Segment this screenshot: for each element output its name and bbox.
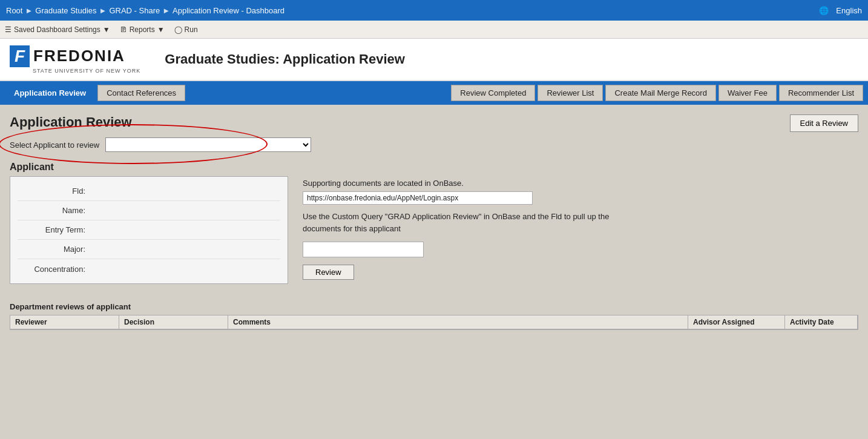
entry-term-label: Entry Term: xyxy=(18,225,90,234)
th-activity-date: Activity Date xyxy=(785,315,858,329)
th-comments: Comments xyxy=(228,315,688,329)
table-header: Reviewer Decision Comments Advisor Assig… xyxy=(10,315,858,329)
tab-create-mail-merge[interactable]: Create Mail Merge Record xyxy=(605,85,715,101)
top-nav-right: 🌐 English xyxy=(819,6,862,15)
breadcrumb-arrow-2: ► xyxy=(99,6,107,15)
applicant-section-title: Applicant xyxy=(10,162,858,173)
applicant-select[interactable] xyxy=(105,137,311,152)
tab-review-completed[interactable]: Review Completed xyxy=(451,85,535,101)
tab-application-review[interactable]: Application Review xyxy=(5,85,95,101)
dept-reviews-title: Department reviews of applicant xyxy=(10,302,858,311)
saved-dashboard-label: Saved Dashboard Settings xyxy=(14,25,100,34)
menu-icon: ☰ xyxy=(5,25,12,34)
main-section-title: Application Review xyxy=(10,114,311,130)
th-decision: Decision xyxy=(119,315,228,329)
review-button[interactable]: Review xyxy=(303,265,354,280)
page-title: Graduate Studies: Application Review xyxy=(165,51,404,67)
breadcrumb-grad-share[interactable]: GRAD - Share xyxy=(109,6,160,15)
reports-dropdown-arrow: ▼ xyxy=(157,25,165,34)
major-row: Major: xyxy=(18,240,280,259)
fid-input-field[interactable] xyxy=(303,242,424,257)
top-row: Application Review Select Applicant to r… xyxy=(10,114,858,152)
breadcrumb-current: Application Review - Dashboard xyxy=(173,6,284,15)
tab-recommender-list[interactable]: Recommender List xyxy=(779,85,863,101)
tab-waiver-fee[interactable]: Waiver Fee xyxy=(718,85,777,101)
breadcrumb-grad-studies[interactable]: Graduate Studies xyxy=(35,6,96,15)
major-label: Major: xyxy=(18,245,90,254)
reports-icon: 🖹 xyxy=(120,25,127,34)
concentration-row: Concentration: xyxy=(18,259,280,279)
name-label: Name: xyxy=(18,206,90,215)
logo-f-letter: F xyxy=(10,45,30,67)
reports-item[interactable]: 🖹 Reports ▼ xyxy=(120,25,165,34)
run-item[interactable]: ◯ Run xyxy=(174,25,198,34)
supporting-text: Supporting documents are located in OnBa… xyxy=(303,179,858,188)
breadcrumb: Root ► Graduate Studies ► GRAD - Share ►… xyxy=(6,6,819,15)
dept-reviews-section: Department reviews of applicant Reviewer… xyxy=(10,302,858,330)
logo-subtitle: STATE UNIVERSITY OF NEW YORK xyxy=(33,68,140,74)
th-reviewer: Reviewer xyxy=(10,315,119,329)
custom-query-text: Use the Custom Query "GRAD Application R… xyxy=(303,211,636,234)
logo-area: F FREDONIA STATE UNIVERSITY OF NEW YORK xyxy=(10,45,140,74)
onbase-link: https://onbase.fredonia.edu/AppNet/Login… xyxy=(303,191,533,205)
fid-label: Fld: xyxy=(18,186,90,196)
tab-reviewer-list[interactable]: Reviewer List xyxy=(538,85,603,101)
select-applicant-label: Select Applicant to review xyxy=(10,140,99,150)
breadcrumb-arrow-3: ► xyxy=(162,6,170,15)
breadcrumb-arrow-1: ► xyxy=(25,6,33,15)
logo-header: F FREDONIA STATE UNIVERSITY OF NEW YORK … xyxy=(0,39,868,81)
tab-contact-references[interactable]: Contact References xyxy=(97,85,185,101)
globe-icon: 🌐 xyxy=(819,6,829,15)
run-icon: ◯ xyxy=(174,25,182,34)
select-area: Select Applicant to review xyxy=(10,137,311,152)
breadcrumb-root[interactable]: Root xyxy=(6,6,22,15)
tab-nav: Application Review Contact References Re… xyxy=(0,81,868,105)
saved-dashboard-item[interactable]: ☰ Saved Dashboard Settings ▼ xyxy=(5,25,110,34)
logo-text: F FREDONIA xyxy=(10,45,125,67)
applicant-box: Fld: Name: Entry Term: Major: Concentrat… xyxy=(10,176,288,284)
language-label[interactable]: English xyxy=(836,6,862,15)
fid-row: Fld: xyxy=(18,182,280,201)
logo-name: FREDONIA xyxy=(33,47,125,65)
right-panel: Supporting documents are located in OnBa… xyxy=(303,176,858,280)
applicant-section: Applicant Fld: Name: Entry Term: Major: xyxy=(10,162,858,284)
th-advisor-assigned: Advisor Assigned xyxy=(688,315,785,329)
edit-review-button[interactable]: Edit a Review xyxy=(790,114,858,132)
toolbar: ☰ Saved Dashboard Settings ▼ 🖹 Reports ▼… xyxy=(0,21,868,39)
dropdown-arrow: ▼ xyxy=(103,25,110,34)
top-nav-bar: Root ► Graduate Studies ► GRAD - Share ►… xyxy=(0,0,868,21)
applicant-layout: Fld: Name: Entry Term: Major: Concentrat… xyxy=(10,176,858,284)
reports-label: Reports xyxy=(130,25,155,34)
run-label: Run xyxy=(185,25,198,34)
concentration-label: Concentration: xyxy=(18,265,90,274)
main-content: Application Review Select Applicant to r… xyxy=(0,105,868,408)
dept-reviews-table: Reviewer Decision Comments Advisor Assig… xyxy=(10,315,858,330)
entry-term-row: Entry Term: xyxy=(18,220,280,240)
name-row: Name: xyxy=(18,201,280,220)
